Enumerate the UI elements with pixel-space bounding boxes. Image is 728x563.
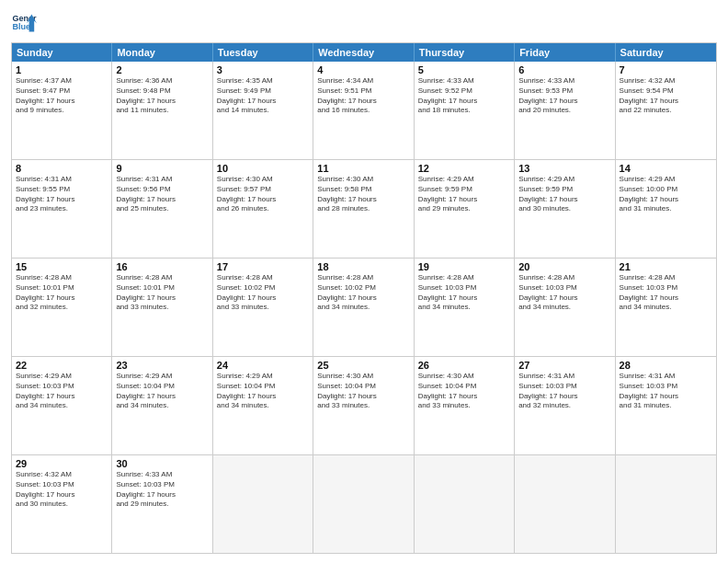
cal-cell: 23Sunrise: 4:29 AM Sunset: 10:04 PM Dayl…	[112, 357, 212, 454]
day-number: 17	[217, 261, 309, 272]
cal-cell: 8Sunrise: 4:31 AM Sunset: 9:55 PM Daylig…	[12, 160, 112, 258]
cal-cell: 11Sunrise: 4:30 AM Sunset: 9:58 PM Dayli…	[313, 160, 414, 258]
week-row-1: 1Sunrise: 4:37 AM Sunset: 9:47 PM Daylig…	[12, 62, 716, 159]
cal-cell: 19Sunrise: 4:28 AM Sunset: 10:03 PM Dayl…	[415, 259, 515, 356]
cal-cell: 5Sunrise: 4:33 AM Sunset: 9:52 PM Daylig…	[415, 62, 515, 159]
cal-cell: 21Sunrise: 4:28 AM Sunset: 10:03 PM Dayl…	[616, 259, 716, 356]
day-number: 5	[418, 64, 510, 75]
week-row-3: 15Sunrise: 4:28 AM Sunset: 10:01 PM Dayl…	[12, 258, 716, 356]
day-number: 23	[116, 360, 208, 371]
day-info: Sunrise: 4:37 AM Sunset: 9:47 PM Dayligh…	[16, 76, 108, 116]
week-row-4: 22Sunrise: 4:29 AM Sunset: 10:03 PM Dayl…	[12, 356, 716, 454]
cal-cell: 6Sunrise: 4:33 AM Sunset: 9:53 PM Daylig…	[515, 62, 615, 159]
calendar-body: 1Sunrise: 4:37 AM Sunset: 9:47 PM Daylig…	[12, 62, 716, 553]
day-number: 14	[620, 163, 712, 174]
calendar-header: SundayMondayTuesdayWednesdayThursdayFrid…	[12, 43, 716, 62]
cal-cell: 4Sunrise: 4:34 AM Sunset: 9:51 PM Daylig…	[313, 62, 414, 159]
day-number: 13	[518, 163, 610, 174]
day-number: 9	[116, 163, 208, 174]
day-number: 3	[217, 64, 309, 75]
cal-cell	[213, 455, 313, 553]
day-info: Sunrise: 4:33 AM Sunset: 9:53 PM Dayligh…	[518, 76, 610, 116]
cal-cell: 3Sunrise: 4:35 AM Sunset: 9:49 PM Daylig…	[213, 62, 313, 159]
cal-cell: 16Sunrise: 4:28 AM Sunset: 10:01 PM Dayl…	[112, 259, 212, 356]
cal-cell: 28Sunrise: 4:31 AM Sunset: 10:03 PM Dayl…	[616, 357, 716, 454]
page: General Blue SundayMondayTuesdayWednesda…	[0, 0, 728, 563]
day-number: 27	[518, 360, 610, 371]
cal-cell: 2Sunrise: 4:36 AM Sunset: 9:48 PM Daylig…	[112, 62, 212, 159]
day-info: Sunrise: 4:29 AM Sunset: 10:04 PM Daylig…	[217, 372, 309, 411]
logo-icon: General Blue	[11, 9, 37, 35]
day-number: 15	[16, 261, 108, 272]
day-info: Sunrise: 4:29 AM Sunset: 10:00 PM Daylig…	[620, 175, 712, 214]
day-number: 30	[116, 458, 208, 469]
day-info: Sunrise: 4:29 AM Sunset: 10:04 PM Daylig…	[116, 372, 208, 411]
day-info: Sunrise: 4:31 AM Sunset: 10:03 PM Daylig…	[620, 372, 712, 411]
cal-cell: 30Sunrise: 4:33 AM Sunset: 10:03 PM Dayl…	[112, 455, 212, 553]
day-number: 11	[317, 163, 409, 174]
day-info: Sunrise: 4:34 AM Sunset: 9:51 PM Dayligh…	[317, 76, 409, 116]
day-info: Sunrise: 4:28 AM Sunset: 10:03 PM Daylig…	[418, 273, 510, 313]
cal-cell: 25Sunrise: 4:30 AM Sunset: 10:04 PM Dayl…	[313, 357, 414, 454]
cal-cell	[515, 455, 615, 553]
day-info: Sunrise: 4:32 AM Sunset: 9:54 PM Dayligh…	[620, 76, 712, 116]
logo: General Blue	[11, 9, 37, 35]
day-of-week-thursday: Thursday	[415, 43, 515, 62]
day-of-week-friday: Friday	[515, 43, 615, 62]
day-info: Sunrise: 4:35 AM Sunset: 9:49 PM Dayligh…	[217, 76, 309, 116]
svg-text:Blue: Blue	[12, 22, 30, 31]
day-number: 10	[217, 163, 309, 174]
week-row-2: 8Sunrise: 4:31 AM Sunset: 9:55 PM Daylig…	[12, 159, 716, 258]
day-of-week-monday: Monday	[112, 43, 212, 62]
day-info: Sunrise: 4:29 AM Sunset: 9:59 PM Dayligh…	[518, 175, 610, 214]
day-number: 25	[317, 360, 409, 371]
day-of-week-tuesday: Tuesday	[213, 43, 313, 62]
day-info: Sunrise: 4:33 AM Sunset: 9:52 PM Dayligh…	[418, 76, 510, 116]
calendar: SundayMondayTuesdayWednesdayThursdayFrid…	[11, 42, 717, 554]
day-number: 22	[16, 360, 108, 371]
day-info: Sunrise: 4:28 AM Sunset: 10:01 PM Daylig…	[16, 273, 108, 313]
cal-cell: 24Sunrise: 4:29 AM Sunset: 10:04 PM Dayl…	[213, 357, 313, 454]
day-number: 28	[620, 360, 712, 371]
day-of-week-wednesday: Wednesday	[313, 43, 414, 62]
day-number: 1	[16, 64, 108, 75]
day-info: Sunrise: 4:31 AM Sunset: 9:56 PM Dayligh…	[116, 175, 208, 214]
cal-cell	[415, 455, 515, 553]
cal-cell: 29Sunrise: 4:32 AM Sunset: 10:03 PM Dayl…	[12, 455, 112, 553]
day-info: Sunrise: 4:30 AM Sunset: 9:58 PM Dayligh…	[317, 175, 409, 214]
cal-cell: 1Sunrise: 4:37 AM Sunset: 9:47 PM Daylig…	[12, 62, 112, 159]
day-of-week-sunday: Sunday	[12, 43, 112, 62]
day-number: 4	[317, 64, 409, 75]
day-number: 8	[16, 163, 108, 174]
cal-cell: 9Sunrise: 4:31 AM Sunset: 9:56 PM Daylig…	[112, 160, 212, 258]
cal-cell: 12Sunrise: 4:29 AM Sunset: 9:59 PM Dayli…	[415, 160, 515, 258]
day-info: Sunrise: 4:30 AM Sunset: 10:04 PM Daylig…	[317, 372, 409, 411]
day-info: Sunrise: 4:31 AM Sunset: 10:03 PM Daylig…	[518, 372, 610, 411]
day-info: Sunrise: 4:30 AM Sunset: 9:57 PM Dayligh…	[217, 175, 309, 214]
cal-cell	[313, 455, 414, 553]
cal-cell: 20Sunrise: 4:28 AM Sunset: 10:03 PM Dayl…	[515, 259, 615, 356]
cal-cell: 14Sunrise: 4:29 AM Sunset: 10:00 PM Dayl…	[616, 160, 716, 258]
day-info: Sunrise: 4:30 AM Sunset: 10:04 PM Daylig…	[418, 372, 510, 411]
day-info: Sunrise: 4:36 AM Sunset: 9:48 PM Dayligh…	[116, 76, 208, 116]
day-number: 21	[620, 261, 712, 272]
day-number: 18	[317, 261, 409, 272]
cal-cell: 27Sunrise: 4:31 AM Sunset: 10:03 PM Dayl…	[515, 357, 615, 454]
week-row-5: 29Sunrise: 4:32 AM Sunset: 10:03 PM Dayl…	[12, 454, 716, 553]
day-info: Sunrise: 4:32 AM Sunset: 10:03 PM Daylig…	[16, 470, 108, 510]
cal-cell	[616, 455, 716, 553]
day-info: Sunrise: 4:28 AM Sunset: 10:02 PM Daylig…	[317, 273, 409, 313]
day-number: 12	[418, 163, 510, 174]
day-info: Sunrise: 4:29 AM Sunset: 10:03 PM Daylig…	[16, 372, 108, 411]
day-info: Sunrise: 4:28 AM Sunset: 10:01 PM Daylig…	[116, 273, 208, 313]
day-number: 20	[518, 261, 610, 272]
day-number: 19	[418, 261, 510, 272]
day-info: Sunrise: 4:28 AM Sunset: 10:03 PM Daylig…	[518, 273, 610, 313]
day-info: Sunrise: 4:33 AM Sunset: 10:03 PM Daylig…	[116, 470, 208, 510]
cal-cell: 18Sunrise: 4:28 AM Sunset: 10:02 PM Dayl…	[313, 259, 414, 356]
cal-cell: 17Sunrise: 4:28 AM Sunset: 10:02 PM Dayl…	[213, 259, 313, 356]
cal-cell: 26Sunrise: 4:30 AM Sunset: 10:04 PM Dayl…	[415, 357, 515, 454]
day-info: Sunrise: 4:31 AM Sunset: 9:55 PM Dayligh…	[16, 175, 108, 214]
day-number: 26	[418, 360, 510, 371]
cal-cell: 22Sunrise: 4:29 AM Sunset: 10:03 PM Dayl…	[12, 357, 112, 454]
